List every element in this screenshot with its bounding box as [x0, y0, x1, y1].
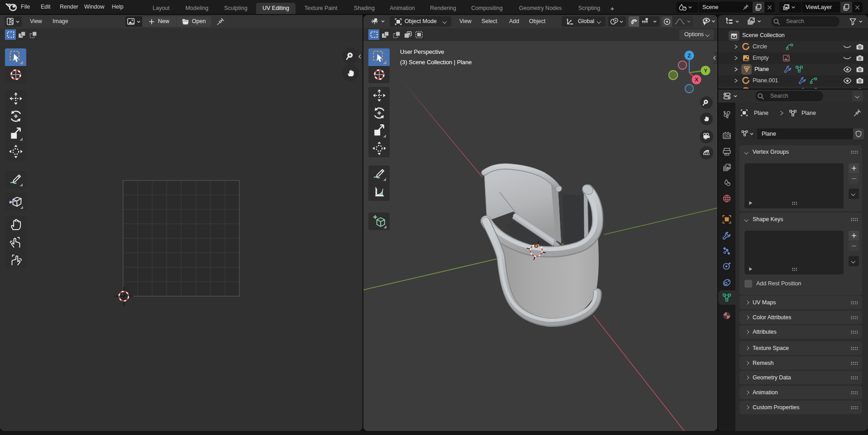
- svg-text:X: X: [695, 77, 698, 82]
- svg-text:Z: Z: [687, 53, 691, 58]
- svg-text:(3) Scene Collection | Plane: (3) Scene Collection | Plane: [400, 59, 472, 66]
- svg-text:Y: Y: [704, 68, 707, 73]
- svg-text:User Perspective: User Perspective: [400, 48, 444, 55]
